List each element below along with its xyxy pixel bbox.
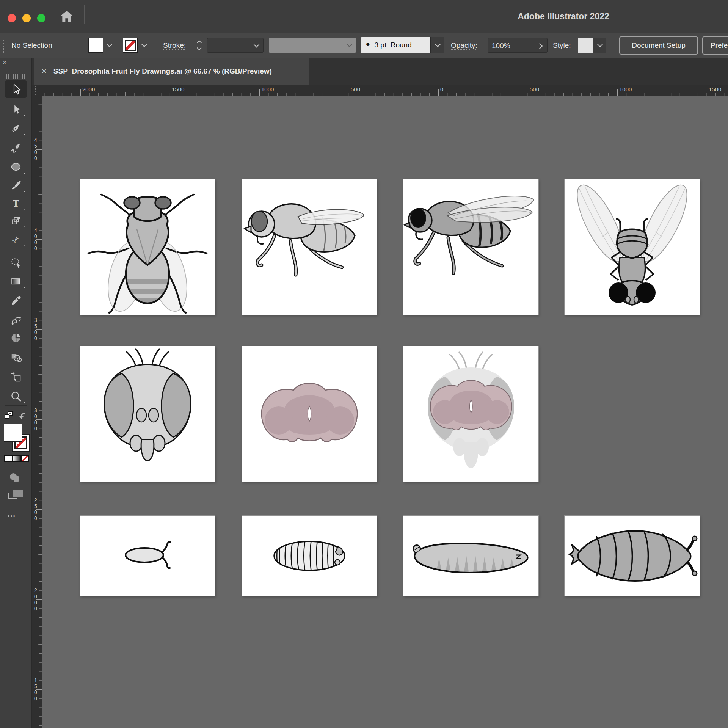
horizontal-ruler[interactable]: 200015001000500050010001500	[42, 85, 728, 96]
style-label: Style:	[553, 33, 571, 58]
artboard-fly-head-front[interactable]	[80, 346, 215, 482]
titlebar-divider	[84, 5, 85, 24]
screen-mode-back-icon	[8, 493, 17, 499]
fill-swatch-large[interactable]	[4, 424, 22, 442]
minimize-window-button[interactable]	[22, 14, 31, 22]
ruler-corner[interactable]	[32, 85, 42, 96]
tool-zoom[interactable]	[5, 388, 27, 405]
style-dropdown[interactable]	[593, 38, 606, 53]
close-tab-icon[interactable]: ×	[42, 67, 47, 75]
zoom-window-button[interactable]	[37, 14, 46, 22]
tool-artboard[interactable]	[5, 368, 27, 386]
artboard-fly-lateral-view[interactable]	[242, 179, 377, 315]
fly-head-brain-overlay-drawing	[403, 346, 538, 482]
ruler-label: 4500	[33, 137, 38, 161]
artboard-larva-dorsal[interactable]	[242, 516, 377, 596]
stroke-color-swatch[interactable]	[123, 38, 138, 53]
stroke-weight-stepper[interactable]	[194, 38, 204, 53]
tool-graph[interactable]	[5, 329, 27, 347]
close-window-button[interactable]	[8, 14, 16, 22]
fill-color-swatch[interactable]	[88, 38, 103, 53]
opacity-label[interactable]: Opacity:	[451, 33, 477, 58]
more-tools-button[interactable]: •••	[8, 513, 16, 519]
artboard-fly-head-with-brain[interactable]	[403, 346, 538, 482]
document-tab[interactable]: × SSP_Drosophila Fruit Fly Drawings.ai @…	[34, 58, 309, 85]
home-icon[interactable]	[59, 9, 74, 24]
ellipse-icon	[10, 161, 22, 173]
none-button[interactable]	[21, 455, 29, 462]
gradient-button[interactable]	[13, 455, 21, 462]
tool-gradient[interactable]	[5, 273, 27, 290]
artboard-pupa[interactable]	[565, 516, 700, 596]
tool-curvature-pen[interactable]	[5, 139, 27, 157]
vertical-ruler[interactable]: 4500400035003000250020001500	[32, 96, 42, 728]
artboard-fly-lateral-winged[interactable]	[403, 179, 538, 315]
fly-anterior-drawing	[565, 179, 700, 315]
tool-selection[interactable]	[5, 80, 27, 98]
chevron-down-icon	[597, 41, 603, 47]
ruler-label: 3000	[33, 407, 38, 431]
tool-free-transform[interactable]	[5, 212, 27, 229]
artboard-fly-anterior-view[interactable]	[565, 179, 700, 315]
ruler-label: 2000	[82, 86, 95, 93]
tool-shape-builder[interactable]	[5, 349, 27, 366]
paintbrush-icon	[10, 179, 22, 191]
tool-ellipse[interactable]	[5, 158, 27, 176]
panel-grip-icon[interactable]	[3, 38, 6, 53]
draw-mode-square-icon	[14, 476, 19, 482]
shape-builder-icon	[10, 352, 22, 363]
tool-paintbrush[interactable]	[5, 176, 27, 194]
screen-mode-button[interactable]	[8, 490, 24, 501]
tool-type[interactable]: T	[5, 195, 27, 212]
chevron-down-icon	[106, 41, 112, 47]
tool-puppet-warp[interactable]	[5, 312, 27, 329]
tool-eyedropper[interactable]	[5, 292, 27, 309]
tool-lasso[interactable]	[5, 254, 27, 271]
document-canvas[interactable]	[42, 96, 728, 728]
chevron-right-icon	[537, 43, 543, 49]
artboard-fly-brain[interactable]	[242, 346, 377, 482]
color-button[interactable]	[4, 455, 13, 462]
chevron-down-icon	[254, 42, 260, 48]
scissors-icon: ✂	[9, 233, 22, 246]
puppet-warp-icon	[10, 315, 22, 326]
ruler-label: 2000	[33, 587, 38, 612]
artboard-embryo[interactable]	[80, 516, 215, 596]
panel-grip-icon[interactable]	[6, 74, 27, 79]
toolbar-divider	[5, 405, 27, 406]
artboard-fly-dorsal-view[interactable]	[80, 179, 215, 315]
stroke-weight-dropdown[interactable]	[207, 38, 264, 53]
opacity-value: 100%	[492, 38, 510, 53]
selection-arrow-icon	[10, 83, 22, 95]
expand-panel-icon[interactable]: »	[3, 58, 7, 66]
pupa-drawing	[565, 516, 700, 596]
tool-pen[interactable]	[5, 119, 27, 137]
fly-brain-drawing	[242, 346, 377, 482]
gradient-icon	[10, 276, 22, 287]
pie-chart-icon	[10, 332, 22, 344]
fill-stroke-mini-indicator[interactable]	[4, 410, 29, 420]
illustrator-window: Adobe Illustrator 2022 No Selection Stro…	[0, 0, 728, 728]
ruler-label: 1000	[619, 86, 632, 93]
artboard-larva-lateral[interactable]	[403, 516, 538, 596]
magnifier-icon	[10, 391, 22, 402]
tool-direct-selection[interactable]	[5, 100, 27, 118]
stroke-color-dropdown[interactable]	[138, 38, 150, 53]
fill-color-dropdown[interactable]	[104, 38, 115, 53]
drawing-mode-button[interactable]	[9, 473, 23, 483]
document-setup-button[interactable]: Document Setup	[619, 36, 698, 55]
preferences-button[interactable]: Prefe	[702, 36, 728, 55]
brush-definition-dropdown[interactable]: • 3 pt. Round	[361, 37, 430, 53]
embryo-drawing	[80, 516, 215, 596]
direct-selection-arrow-icon	[10, 104, 22, 115]
brush-definition-chevron[interactable]	[430, 37, 444, 53]
chevron-down-icon	[141, 41, 147, 47]
ruler-label: 3500	[33, 317, 38, 341]
opacity-field[interactable]: 100%	[488, 38, 548, 53]
style-swatch[interactable]	[578, 38, 593, 53]
stroke-weight-label[interactable]: Stroke:	[163, 33, 186, 58]
tool-scissors[interactable]: ✂	[5, 231, 27, 248]
ruler-label: 500	[530, 86, 539, 93]
ruler-label: 1500	[172, 86, 184, 93]
variable-width-profile-dropdown[interactable]	[269, 38, 356, 53]
